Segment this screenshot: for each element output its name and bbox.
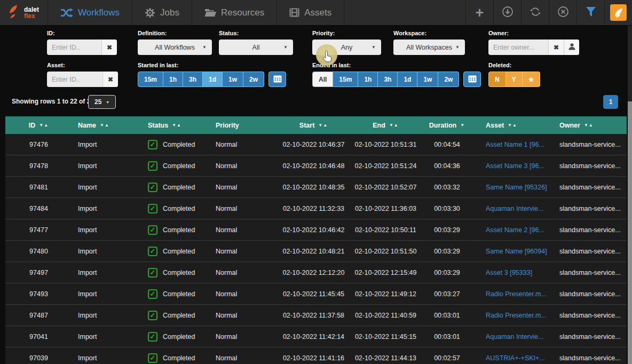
- chevron-down-icon: ▼: [455, 45, 460, 50]
- cell-priority: Normal: [211, 326, 278, 347]
- column-header-name[interactable]: Name▼▲: [72, 116, 144, 134]
- table-row[interactable]: 97041Import✓CompletedNormal02-10-2022 11…: [5, 326, 627, 347]
- table-row[interactable]: 97497Import✓CompletedNormal02-10-2022 12…: [5, 262, 627, 283]
- table-row[interactable]: 97481Import✓CompletedNormal02-10-2022 10…: [5, 177, 627, 198]
- started-3h-button[interactable]: 3h: [183, 72, 203, 87]
- deleted-y-button[interactable]: Y: [506, 72, 523, 87]
- tab-resources[interactable]: Resources: [192, 0, 277, 25]
- download-button[interactable]: [493, 0, 521, 25]
- filter-button[interactable]: [576, 0, 604, 25]
- asset-link[interactable]: Asset Name 1 [96...: [486, 141, 544, 148]
- ended-1w-button[interactable]: 1w: [417, 72, 438, 87]
- cell-priority: Normal: [211, 262, 278, 283]
- column-header-end[interactable]: End▼▲: [350, 116, 422, 134]
- add-button[interactable]: +: [465, 0, 493, 25]
- ended-1h-button[interactable]: 1h: [358, 72, 378, 87]
- definition-select[interactable]: All Workflows ▼: [138, 39, 212, 55]
- workflows-table: ID▼▲Name▼▲Status▼▲PriorityStart▼▲End▼▲Du…: [5, 116, 627, 364]
- app-logo[interactable]: dalet flex: [0, 0, 48, 25]
- status-select[interactable]: All ▼: [219, 39, 293, 55]
- cell-status: ✓Completed: [144, 283, 211, 304]
- column-header-priority: Priority: [211, 116, 278, 134]
- refresh-button[interactable]: [521, 0, 549, 25]
- ended-calendar-button[interactable]: [463, 72, 481, 87]
- column-header-start[interactable]: Start▼▲: [278, 116, 350, 134]
- table-row[interactable]: 97478Import✓CompletedNormal02-10-2022 10…: [5, 155, 627, 177]
- started-1w-button[interactable]: 1w: [223, 72, 243, 87]
- nav-tabs: WorkflowsJobsResourcesAssets: [48, 0, 344, 25]
- ended-all-button[interactable]: All: [312, 72, 333, 87]
- cancel-button[interactable]: [549, 0, 576, 25]
- table-row[interactable]: 97484Import✓CompletedNormal02-10-2022 11…: [5, 198, 627, 219]
- asset-link[interactable]: Radio Presenter.m...: [486, 290, 547, 298]
- table-row[interactable]: 97487Import✓CompletedNormal02-10-2022 11…: [5, 305, 627, 326]
- filter-started-label: Started in last:: [138, 62, 286, 68]
- page-size-select[interactable]: 25 ▼: [88, 95, 116, 109]
- tab-jobs[interactable]: Jobs: [132, 0, 192, 25]
- ended-3h-button[interactable]: 3h: [378, 72, 398, 87]
- cell-id: 97497: [5, 262, 72, 283]
- asset-link[interactable]: Aquaman Intervie...: [486, 205, 543, 212]
- deleted-star-button[interactable]: ★: [523, 72, 541, 87]
- asset-link[interactable]: AUSTRIA+-+SKI+...: [486, 354, 545, 362]
- clear-asset-button[interactable]: ✖: [102, 72, 118, 87]
- cell-asset: AUSTRIA+-+SKI+...: [472, 347, 555, 364]
- column-label: Priority: [216, 122, 239, 129]
- status-text: Completed: [163, 226, 195, 234]
- owner-input[interactable]: [488, 39, 548, 55]
- clear-owner-button[interactable]: ✖: [548, 39, 564, 55]
- ended-2w-button[interactable]: 2w: [438, 72, 459, 87]
- cell-status: ✓Completed: [144, 305, 211, 326]
- status-text: Completed: [163, 184, 195, 191]
- column-header-id[interactable]: ID▼▲: [5, 116, 72, 134]
- column-header-duration[interactable]: Duration▼: [422, 116, 472, 134]
- table-row[interactable]: 97493Import✓CompletedNormal02-10-2022 11…: [5, 283, 627, 305]
- cursor-hand-icon: [322, 50, 334, 64]
- scrollbar[interactable]: [628, 26, 632, 364]
- cell-name: Import: [72, 283, 144, 304]
- column-header-status[interactable]: Status▼▲: [144, 116, 211, 134]
- tab-assets[interactable]: Assets: [277, 0, 344, 25]
- filter-status: Status: All ▼: [219, 30, 293, 55]
- asset-link[interactable]: Asset Name 3 [96...: [486, 162, 544, 170]
- asset-link[interactable]: Asset Name 2 [96...: [486, 226, 544, 234]
- cell-name: Import: [72, 305, 144, 326]
- cell-id: 97480: [5, 241, 72, 262]
- pick-user-button[interactable]: [564, 39, 579, 55]
- started-1h-button[interactable]: 1h: [163, 72, 183, 87]
- flex-logo-icon: [610, 4, 627, 21]
- cell-status: ✓Completed: [144, 347, 211, 364]
- deleted-n-button[interactable]: N: [488, 72, 506, 87]
- asset-link[interactable]: Asset 3 [95333]: [486, 269, 532, 276]
- workspace-select[interactable]: All Workspaces ▼: [393, 39, 465, 55]
- started-calendar-button[interactable]: [268, 72, 286, 87]
- column-header-owner[interactable]: Owner▼▲: [555, 116, 627, 134]
- column-header-asset[interactable]: Asset▼▲: [472, 116, 555, 134]
- filter-deleted-label: Deleted:: [488, 62, 540, 68]
- calendar-icon: [468, 75, 477, 84]
- chevron-down-icon: ▼: [372, 45, 376, 50]
- status-text: Completed: [163, 312, 195, 319]
- scrollbar-thumb[interactable]: [628, 101, 632, 364]
- asset-link[interactable]: Same Name [95326]: [486, 184, 547, 191]
- flex-home-button[interactable]: [604, 0, 632, 25]
- table-row[interactable]: 97039Import✓CompletedNormal02-10-2022 11…: [5, 347, 627, 364]
- clear-id-button[interactable]: ✖: [101, 39, 117, 55]
- started-15m-button[interactable]: 15m: [138, 72, 163, 87]
- started-1d-button[interactable]: 1d: [203, 72, 223, 87]
- table-row[interactable]: 97480Import✓CompletedNormal02-10-2022 10…: [5, 241, 627, 262]
- id-input[interactable]: [47, 39, 101, 55]
- cell-start: 02-10-2022 11:32:33: [278, 198, 350, 219]
- asset-input[interactable]: [47, 72, 102, 87]
- page-1-button[interactable]: 1: [603, 95, 618, 109]
- tab-workflows[interactable]: Workflows: [48, 0, 132, 25]
- ended-15m-button[interactable]: 15m: [333, 72, 358, 87]
- table-row[interactable]: 97477Import✓CompletedNormal02-10-2022 10…: [5, 219, 627, 241]
- started-2w-button[interactable]: 2w: [243, 72, 264, 87]
- asset-link[interactable]: Aquaman Intervie...: [486, 333, 543, 341]
- ended-1d-button[interactable]: 1d: [398, 72, 417, 87]
- table-row[interactable]: 97476Import✓CompletedNormal02-10-2022 10…: [5, 134, 627, 155]
- chevron-down-icon: ▼: [106, 100, 109, 104]
- asset-link[interactable]: Radio Presenter.m...: [486, 312, 547, 319]
- asset-link[interactable]: Same Name [96094]: [486, 248, 547, 255]
